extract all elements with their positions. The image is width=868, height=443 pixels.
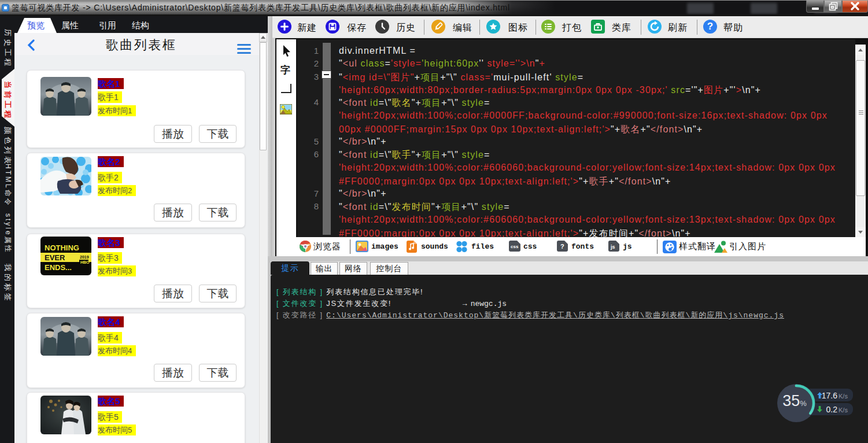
- svg-text:css: css: [511, 244, 519, 249]
- svg-text:js: js: [610, 244, 615, 250]
- svg-text:2019: 2019: [80, 255, 89, 259]
- svg-text:ENDS...: ENDS...: [45, 263, 72, 272]
- svg-text:NOTHING: NOTHING: [45, 243, 79, 252]
- svg-text:?: ?: [560, 243, 564, 250]
- svg-text:HBO: HBO: [80, 260, 90, 264]
- svg-text:EVER: EVER: [45, 253, 65, 262]
